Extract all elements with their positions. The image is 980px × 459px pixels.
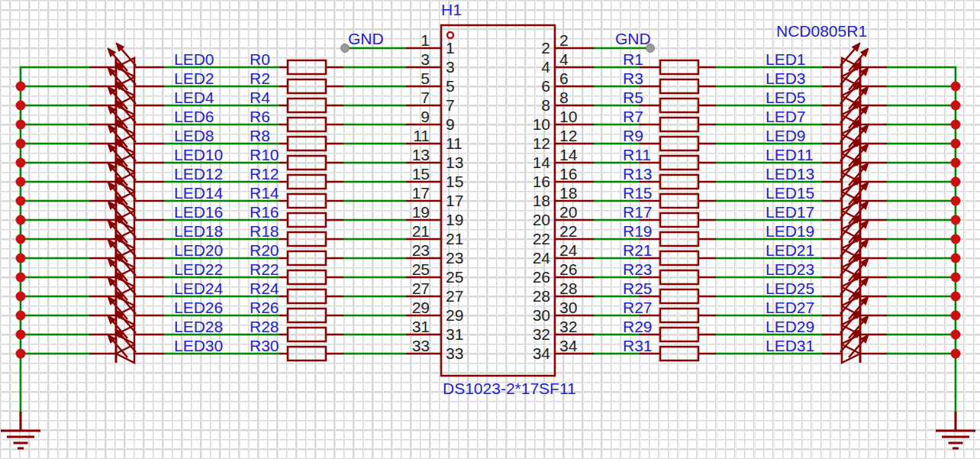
pin-number-outside-left: 29 bbox=[412, 299, 430, 316]
net-label-led-left[interactable]: LED24 bbox=[174, 280, 223, 297]
resistor-ref-left[interactable]: R20 bbox=[250, 242, 279, 259]
net-label-led-left[interactable]: LED20 bbox=[174, 242, 223, 259]
gnd-net-label-left[interactable]: GND bbox=[348, 31, 384, 47]
net-label-led-right[interactable]: LED19 bbox=[766, 223, 814, 240]
net-label-led-left[interactable]: LED28 bbox=[174, 318, 223, 335]
resistor-ref-right[interactable]: R29 bbox=[623, 318, 653, 335]
net-label-led-right[interactable]: LED21 bbox=[766, 242, 814, 259]
wires[interactable] bbox=[21, 48, 956, 413]
net-label-led-left[interactable]: LED12 bbox=[174, 166, 223, 183]
pin1-indicator-icon bbox=[447, 32, 453, 38]
resistor-ref-right[interactable]: R25 bbox=[623, 280, 653, 297]
net-label-led-left[interactable]: LED22 bbox=[174, 261, 223, 278]
pin-number-outside-left: 23 bbox=[412, 242, 430, 259]
resistor-ref-left[interactable]: R2 bbox=[250, 70, 270, 87]
led-symbols[interactable] bbox=[116, 58, 860, 363]
net-label-led-left[interactable]: LED8 bbox=[174, 128, 214, 144]
led-part-label[interactable]: NCD0805R1 bbox=[776, 23, 867, 40]
pin-number-outside-left: 31 bbox=[412, 318, 430, 335]
pin-name-inside-right: 2 bbox=[541, 40, 550, 57]
pin-number-outside-right: 2 bbox=[559, 32, 569, 49]
pin-name-inside-right: 22 bbox=[533, 231, 550, 247]
resistor-ref-right[interactable]: R13 bbox=[623, 166, 653, 183]
header-designator-label[interactable]: H1 bbox=[441, 2, 462, 18]
pin-number-outside-right: 28 bbox=[559, 280, 577, 297]
net-label-led-right[interactable]: LED29 bbox=[766, 318, 814, 335]
resistor-ref-left[interactable]: R0 bbox=[250, 51, 270, 68]
resistor-ref-right[interactable]: R15 bbox=[623, 185, 653, 202]
pin-name-inside-left: 19 bbox=[446, 212, 463, 228]
resistor-ref-right[interactable]: R3 bbox=[623, 70, 643, 87]
resistor-ref-left[interactable]: R30 bbox=[250, 338, 279, 354]
pin-number-outside-right: 32 bbox=[559, 318, 577, 335]
net-label-led-right[interactable]: LED15 bbox=[766, 185, 814, 202]
pin-name-inside-right: 24 bbox=[533, 250, 550, 267]
net-label-led-right[interactable]: LED11 bbox=[766, 147, 814, 163]
resistor-ref-left[interactable]: R6 bbox=[250, 108, 270, 125]
net-label-led-left[interactable]: LED4 bbox=[174, 89, 214, 106]
pin-name-inside-left: 15 bbox=[446, 173, 463, 190]
resistor-ref-right[interactable]: R17 bbox=[623, 204, 653, 221]
net-label-led-right[interactable]: LED1 bbox=[766, 51, 806, 68]
pin-name-inside-right: 16 bbox=[533, 173, 550, 190]
resistor-ref-right[interactable]: R9 bbox=[623, 128, 643, 144]
pin-number-outside-right: 22 bbox=[559, 223, 577, 240]
pin-number-outside-left: 5 bbox=[421, 70, 430, 87]
resistor-ref-right[interactable]: R23 bbox=[623, 261, 653, 278]
net-label-led-right[interactable]: LED17 bbox=[766, 204, 814, 221]
resistor-ref-left[interactable]: R8 bbox=[250, 128, 270, 144]
pin-number-outside-right: 14 bbox=[559, 147, 577, 163]
resistor-ref-left[interactable]: R12 bbox=[250, 166, 279, 183]
resistor-ref-right[interactable]: R31 bbox=[623, 338, 653, 354]
resistor-ref-right[interactable]: R7 bbox=[623, 108, 643, 125]
resistor-ref-right[interactable]: R11 bbox=[623, 147, 651, 163]
net-label-led-right[interactable]: LED7 bbox=[766, 108, 806, 125]
pin-number-outside-right: 10 bbox=[559, 108, 577, 125]
pin-name-inside-right: 14 bbox=[533, 154, 550, 171]
net-label-led-right[interactable]: LED13 bbox=[766, 166, 814, 183]
resistor-ref-right[interactable]: R1 bbox=[623, 51, 643, 68]
net-label-led-left[interactable]: LED10 bbox=[174, 147, 223, 163]
resistor-ref-right[interactable]: R19 bbox=[623, 223, 653, 240]
pin-number-outside-right: 16 bbox=[559, 166, 577, 183]
header-part-label[interactable]: DS1023-2*17SF11 bbox=[443, 380, 576, 397]
resistor-ref-left[interactable]: R4 bbox=[250, 89, 270, 106]
resistor-ref-left[interactable]: R22 bbox=[250, 261, 279, 278]
resistor-ref-right[interactable]: R27 bbox=[623, 299, 653, 316]
gnd-net-label-right[interactable]: GND bbox=[615, 31, 651, 47]
net-label-led-right[interactable]: LED31 bbox=[766, 338, 814, 354]
resistor-ref-right[interactable]: R21 bbox=[623, 242, 653, 259]
pin-number-outside-left: 33 bbox=[412, 338, 430, 354]
net-label-led-left[interactable]: LED30 bbox=[174, 338, 223, 354]
net-label-led-left[interactable]: LED6 bbox=[174, 108, 214, 125]
pin-name-inside-right: 26 bbox=[533, 269, 550, 286]
pin-number-outside-right: 4 bbox=[559, 51, 569, 68]
resistor-ref-left[interactable]: R14 bbox=[250, 185, 279, 202]
net-label-led-left[interactable]: LED0 bbox=[174, 51, 214, 68]
resistor-ref-left[interactable]: R28 bbox=[250, 318, 279, 335]
pin-name-inside-left: 33 bbox=[446, 345, 463, 362]
ground-symbol-icons[interactable] bbox=[1, 412, 975, 448]
pin-number-outside-left: 3 bbox=[421, 51, 430, 68]
net-label-led-left[interactable]: LED16 bbox=[174, 204, 223, 221]
resistor-ref-left[interactable]: R16 bbox=[250, 204, 279, 221]
net-label-led-right[interactable]: LED9 bbox=[766, 128, 806, 144]
net-label-led-left[interactable]: LED18 bbox=[174, 223, 223, 240]
pin-name-inside-left: 3 bbox=[446, 59, 455, 76]
net-label-led-left[interactable]: LED14 bbox=[174, 185, 223, 202]
net-label-led-right[interactable]: LED23 bbox=[766, 261, 814, 278]
net-label-led-right[interactable]: LED27 bbox=[766, 299, 814, 316]
pin-name-inside-left: 27 bbox=[446, 288, 463, 305]
pin-number-outside-left: 13 bbox=[412, 147, 430, 163]
resistor-ref-left[interactable]: R26 bbox=[250, 299, 279, 316]
net-label-led-right[interactable]: LED3 bbox=[766, 70, 806, 87]
net-label-led-right[interactable]: LED25 bbox=[766, 280, 814, 297]
net-label-led-right[interactable]: LED5 bbox=[766, 89, 806, 106]
resistor-ref-left[interactable]: R18 bbox=[250, 223, 279, 240]
resistor-ref-right[interactable]: R5 bbox=[623, 89, 643, 106]
net-label-led-left[interactable]: LED2 bbox=[174, 70, 214, 87]
net-label-led-left[interactable]: LED26 bbox=[174, 299, 223, 316]
resistor-ref-left[interactable]: R24 bbox=[250, 280, 279, 297]
resistor-ref-left[interactable]: R10 bbox=[250, 147, 279, 163]
pin-number-outside-left: 21 bbox=[412, 223, 430, 240]
